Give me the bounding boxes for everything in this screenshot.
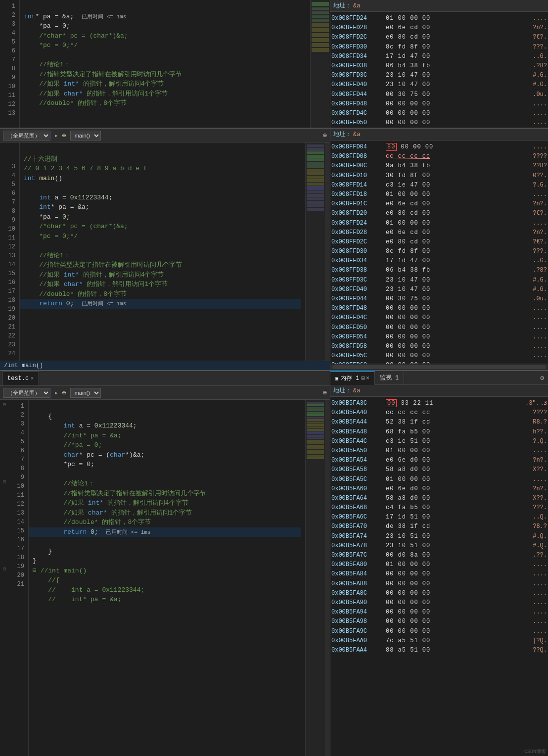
memory-row: 0x008FFD5000 00 00 00.... <box>331 323 547 332</box>
bottom-addr-bar: 地址： &a <box>330 385 548 397</box>
middle-scrollbar[interactable] <box>325 142 330 361</box>
memory-icon: ▣ <box>335 376 338 381</box>
memory-row: 0x00B5FA9800 00 00 00.... <box>331 617 547 626</box>
bottom-addr-value: &a <box>353 387 360 394</box>
bottom-code-content: ⊟ ⊟ ⊟ <box>0 400 330 756</box>
memory-row: 0x008FFD5C00 00 00 00.... <box>331 351 547 361</box>
middle-addr-value: &a <box>353 131 360 138</box>
memory-row: 0x008FFD2401 00 00 00.... <box>331 14 547 23</box>
memory-row: 0x00B5FA6458 a8 d0 00X??. <box>331 494 547 503</box>
bottom-memory-content: 0x00B5FA3C 00 33 22 11 .3". .3̇ 0x00B5FA… <box>330 397 548 756</box>
watermark: CSDN博客 <box>522 747 548 756</box>
memory-tab-1-close[interactable]: × <box>366 375 369 382</box>
middle-panel: （全局范围） ▸ ⊕ main() ⊕ ​ ​ 3 4 5 6 7 8 9 <box>0 129 548 371</box>
memory-gear-icon[interactable]: ⚙ <box>536 374 548 382</box>
memory-row: 0x00B5FA8C00 00 00 00.... <box>331 589 547 598</box>
bottom-toolbar-arrow: ▸ <box>54 389 58 397</box>
bottom-code-pane: test.c × （全局范围） ▸ ⊕ main() ⊕ ⊟ <box>0 371 330 756</box>
memory-row: 0x00B5FA3C 00 33 22 11 .3". .3̇ <box>331 399 547 408</box>
memory-row: 0x00B5FA7423 10 51 00#.Q. <box>331 532 547 541</box>
memory-row: 0x00B5FA4Cc3 1e 51 00?.Q. <box>331 437 547 446</box>
middle-code-text: //十六进制 // 0 1 2 3 4 5 6 7 8 9 a b d e f … <box>20 142 305 361</box>
middle-addr-bar: 地址： &a <box>330 129 548 141</box>
toolbar-plus-icon[interactable]: ⊕ <box>323 131 327 140</box>
bottom-tab-testc[interactable]: test.c × <box>2 372 39 385</box>
bottom-minimap <box>305 400 325 756</box>
memory-tab-watch[interactable]: 监视 1 <box>375 371 404 385</box>
memory-row: 0x008FFD1Ce0 6e cd 00?n?. <box>331 199 547 209</box>
memory-row: 0x00B5FAA07c a5 51 00|?Q. <box>331 636 547 646</box>
memory-row: 0x00B5FA9000 00 00 00.... <box>331 598 547 608</box>
memory-row: 0x00B5FA7823 10 51 00#.Q. <box>331 541 547 551</box>
toolbar-arrow: ▸ <box>54 132 58 140</box>
memory-row: 0x00B5FA4868 fa b5 00h??. <box>331 427 547 437</box>
bottom-toolbar: （全局范围） ▸ ⊕ main() ⊕ <box>0 386 330 400</box>
top-code-content: 12345 678910 111213 int* pa = &a; 已用时间 <… <box>0 0 330 128</box>
middle-memory-scrollbar-h[interactable] <box>330 364 548 370</box>
bottom-scope-dropdown[interactable]: （全局范围） <box>3 388 50 398</box>
bottom-collapse-gutter: ⊟ ⊟ ⊟ <box>0 400 9 756</box>
memory-row: 0x00B5FA68c4 fa b5 00???. <box>331 503 547 513</box>
memory-row: 0x008FFD4023 10 47 00#.G. <box>331 80 547 90</box>
memory-row: 0x008FFD3806 b4 38 fb.?8? <box>331 61 547 71</box>
top-addr-label: 地址： <box>333 1 351 10</box>
memory-row: 0x008FFD2Ce0 80 cd 00?€?. <box>331 33 547 42</box>
memory-row: 0x008FFD08cc cc cc cc???? <box>331 152 547 161</box>
memory-row: 0x008FFD308c fd 8f 00???. <box>331 247 547 256</box>
memory-row: 0x008FFD3806 b4 38 fb.?8? <box>331 266 547 275</box>
scope-dropdown[interactable]: （全局范围） <box>3 131 50 141</box>
memory-tab-bar: ▣ 内存 1 ⊞ × 监视 1 ⚙ <box>330 371 548 385</box>
middle-minimap <box>305 142 325 361</box>
top-addr-value: &a <box>353 2 360 9</box>
top-code-pane: 12345 678910 111213 int* pa = &a; 已用时间 <… <box>0 0 330 128</box>
func-dropdown[interactable]: main() <box>70 131 101 141</box>
bottom-scrollbar-v[interactable] <box>325 400 330 756</box>
memory-tab-1[interactable]: ▣ 内存 1 ⊞ × <box>330 371 375 385</box>
top-code-text: int* pa = &a; 已用时间 <= 1ms *pa = 0; /*cha… <box>20 0 310 128</box>
memory-row: 0x008FFD4400 30 75 00.0u. <box>331 90 547 99</box>
memory-row: 0x008FFD3417 1d 47 00..G. <box>331 52 547 61</box>
bottom-panel: test.c × （全局范围） ▸ ⊕ main() ⊕ ⊟ <box>0 371 548 756</box>
memory-row: 0x008FFD2401 00 00 00.... <box>331 219 547 228</box>
middle-addr-label: 地址： <box>333 130 351 139</box>
memory-row: 0x008FFD5000 00 00 00.... <box>331 118 547 128</box>
memory-tab-watch-label: 监视 1 <box>380 374 399 382</box>
memory-tab-1-pin[interactable]: ⊞ <box>361 375 365 382</box>
middle-memory-pane: 地址： &a 0x008FFD04 80 00 00 00 .... 0x008… <box>330 129 548 370</box>
memory-row: 0x008FFD28e0 6e cd 00?n?. <box>331 228 547 237</box>
memory-row: 0x00B5FA9400 00 00 00.... <box>331 608 547 617</box>
top-line-numbers: 12345 678910 111213 <box>0 0 20 128</box>
memory-row: 0x008FFD5400 00 00 00.... <box>331 332 547 342</box>
memory-row: 0x00B5FA5858 a8 d0 00X??. <box>331 465 547 474</box>
top-memory-content: 0x008FFD2401 00 00 00.... 0x008FFD28e0 6… <box>330 12 548 128</box>
memory-row: 0x008FFD2Ce0 80 cd 00?€?. <box>331 237 547 247</box>
bottom-addr-label: 地址： <box>333 386 351 395</box>
memory-row: 0x008FFD3417 1d 47 00..G. <box>331 256 547 266</box>
bottom-toolbar-plus[interactable]: ⊕ <box>323 388 327 397</box>
middle-footer: /int main() <box>0 361 330 370</box>
memory-row: 0x00B5FA7C00 d0 8a 00.??. <box>331 551 547 560</box>
memory-row: 0x008FFD308c fd 8f 00???. <box>331 43 547 52</box>
memory-row: 0x00B5FA8800 00 00 00.... <box>331 579 547 589</box>
middle-code-content: ​ ​ 3 4 5 6 7 8 9 10 11 12 13 14 15 16 1 <box>0 142 330 361</box>
memory-row: 0x008FFD1801 00 00 00.... <box>331 190 547 199</box>
bottom-memory-pane: ▣ 内存 1 ⊞ × 监视 1 ⚙ 地址： &a 0x00B5FA3C 00 3… <box>330 371 548 756</box>
memory-row: 0x008FFD4800 00 00 00.... <box>331 99 547 109</box>
memory-row: 0x00B5FA6C17 1d 51 00..Q. <box>331 513 547 522</box>
memory-row: 0x00B5FA9C00 00 00 00.... <box>331 627 547 636</box>
top-minimap <box>310 0 330 128</box>
memory-row: 0x008FFD3C23 10 47 00#.G. <box>331 276 547 285</box>
bottom-tab-close[interactable]: × <box>31 376 34 381</box>
memory-row: 0x00B5FA5C01 00 00 00.... <box>331 475 547 484</box>
top-panel: 12345 678910 111213 int* pa = &a; 已用时间 <… <box>0 0 548 129</box>
memory-row: 0x00B5FA60e0 6e d0 00?n?. <box>331 484 547 494</box>
middle-code-pane: （全局范围） ▸ ⊕ main() ⊕ ​ ​ 3 4 5 6 7 8 9 <box>0 129 330 370</box>
bottom-func-dropdown[interactable]: main() <box>70 388 101 398</box>
middle-memory-content: 0x008FFD04 80 00 00 00 .... 0x008FFD08cc… <box>330 141 548 364</box>
toolbar-func-icon: ⊕ <box>62 132 66 140</box>
top-addr-bar: 地址： &a <box>330 0 548 12</box>
bottom-line-numbers: 1234 5678 9101112 13141516 17181920 21 <box>9 400 29 756</box>
top-memory-pane: 地址： &a 0x008FFD2401 00 00 00.... 0x008FF… <box>330 0 548 128</box>
memory-row: 0x008FFD28e0 6e cd 00?n?. <box>331 23 547 33</box>
memory-row: 0x00B5FA8001 00 00 00.... <box>331 560 547 569</box>
